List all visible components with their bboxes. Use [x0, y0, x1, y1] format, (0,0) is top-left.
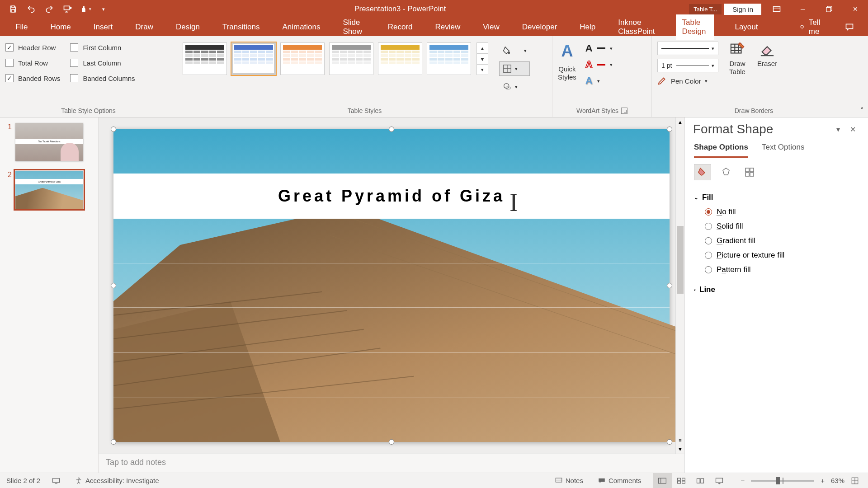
selection-handle[interactable] — [667, 283, 672, 288]
save-icon[interactable] — [5, 2, 21, 16]
radio-no-fill[interactable]: No fill — [694, 205, 859, 219]
slide-canvas[interactable]: Great Pyramid of Giza I ▲ ≡ — [99, 117, 684, 454]
tab-file[interactable]: File — [14, 19, 29, 35]
table-style-5[interactable] — [378, 42, 422, 75]
size-properties-icon[interactable] — [741, 164, 758, 180]
tab-transitions[interactable]: Transitions — [221, 19, 262, 35]
gallery-scroll-up-icon[interactable]: ▲ — [476, 42, 488, 53]
checkbox-banded-rows[interactable]: Banded Rows — [5, 74, 60, 82]
gallery-scroll-down-icon[interactable]: ▼ — [476, 53, 488, 64]
tab-layout[interactable]: Layout — [733, 19, 760, 35]
selection-handle[interactable] — [111, 127, 116, 132]
text-outline-button[interactable]: A▾ — [585, 59, 613, 70]
text-effects-button[interactable]: A▾ — [585, 75, 613, 87]
tab-help[interactable]: Help — [578, 19, 597, 35]
undo-icon[interactable] — [24, 2, 39, 16]
radio-solid-fill[interactable]: Solid fill — [694, 219, 859, 234]
sign-in-button[interactable]: Sign in — [724, 4, 761, 15]
scroll-thumb[interactable] — [677, 226, 684, 294]
reading-view-icon[interactable] — [691, 473, 710, 488]
comments-icon[interactable] — [844, 23, 854, 32]
radio-picture-fill[interactable]: Picture or texture fill — [694, 248, 859, 263]
tab-design[interactable]: Design — [174, 19, 202, 35]
effects-button[interactable]: ▾ — [499, 80, 530, 94]
tab-home[interactable]: Home — [48, 19, 72, 35]
slide[interactable]: Great Pyramid of Giza I — [113, 129, 670, 442]
notes-pane[interactable]: Tap to add notes — [99, 454, 684, 473]
redo-icon[interactable] — [42, 2, 57, 16]
table-style-3[interactable] — [280, 42, 325, 75]
checkbox-banded-columns[interactable]: Banded Columns — [70, 74, 135, 82]
slide-sorter-icon[interactable] — [672, 473, 691, 488]
fill-section-header[interactable]: ⌄Fill — [694, 190, 859, 205]
ribbon-display-options-icon[interactable] — [764, 0, 789, 18]
table-style-6[interactable] — [427, 42, 471, 75]
text-fill-button[interactable]: A▾ — [585, 42, 613, 54]
comments-button[interactable]: Comments — [595, 477, 644, 484]
slide-thumbnail-1[interactable]: Top Tourist Attractions — [15, 123, 83, 161]
title-text-box[interactable]: Great Pyramid of Giza — [113, 174, 670, 219]
table-style-2-selected[interactable] — [231, 42, 276, 75]
radio-pattern-fill[interactable]: Pattern fill — [694, 263, 859, 277]
line-section-header[interactable]: ›Line — [694, 282, 859, 297]
checkbox-header-row[interactable]: Header Row — [5, 43, 60, 52]
pen-weight-combo[interactable]: 1 pt▾ — [657, 59, 718, 72]
notes-button[interactable]: Notes — [552, 477, 586, 484]
fill-line-icon[interactable] — [694, 164, 711, 180]
eraser-button[interactable]: Eraser — [755, 40, 780, 106]
gallery-more-icon[interactable]: ▾ — [476, 64, 488, 75]
tab-review[interactable]: Review — [434, 19, 462, 35]
checkbox-first-column[interactable]: First Column — [70, 43, 135, 52]
tab-view[interactable]: View — [481, 19, 501, 35]
accessibility-button[interactable]: Accessibility: Investigate — [72, 477, 162, 485]
slide-counter[interactable]: Slide 2 of 2 — [6, 477, 40, 484]
collapse-ribbon-icon[interactable]: ˄ — [856, 36, 868, 117]
selection-handle[interactable] — [389, 439, 394, 445]
effects-tab-icon[interactable] — [717, 164, 735, 180]
pane-options-icon[interactable]: ▾ — [831, 125, 845, 134]
customize-qat-icon[interactable]: ▾ — [96, 2, 111, 16]
tab-insert[interactable]: Insert — [92, 19, 115, 35]
fit-to-window-icon[interactable] — [848, 477, 862, 485]
tab-record[interactable]: Record — [386, 19, 415, 35]
borders-button[interactable]: ▾ — [499, 61, 530, 76]
zoom-percent[interactable]: 63% — [831, 477, 844, 484]
table-style-4[interactable] — [329, 42, 373, 75]
slideshow-view-icon[interactable] — [710, 473, 729, 488]
table-style-1[interactable] — [183, 42, 227, 75]
pane-tab-shape-options[interactable]: Shape Options — [694, 140, 748, 158]
close-icon[interactable]: ✕ — [843, 0, 868, 18]
quick-styles-label[interactable]: Quick Styles — [558, 65, 576, 81]
tab-animations[interactable]: Animations — [280, 19, 322, 35]
touch-mode-icon[interactable]: ▾ — [78, 2, 93, 16]
slide-thumbnail-2-selected[interactable]: Great Pyramid of Giza — [15, 171, 83, 209]
scroll-up-icon[interactable]: ▲ — [676, 117, 684, 127]
tab-draw[interactable]: Draw — [133, 19, 155, 35]
display-settings-icon[interactable] — [49, 478, 63, 484]
selection-handle[interactable] — [111, 283, 116, 288]
radio-gradient-fill[interactable]: Gradient fill — [694, 234, 859, 248]
selection-handle[interactable] — [667, 127, 672, 132]
quick-styles-icon[interactable]: A — [561, 42, 573, 61]
pen-style-combo[interactable]: ▾ — [657, 42, 718, 55]
pane-close-icon[interactable]: ✕ — [845, 125, 860, 134]
selection-handle[interactable] — [389, 127, 394, 132]
selection-handle[interactable] — [667, 439, 672, 445]
draw-table-button[interactable]: Draw Table — [726, 40, 749, 106]
checkbox-total-row[interactable]: Total Row — [5, 59, 60, 67]
pen-color-button[interactable]: Pen Color ▾ — [657, 76, 718, 86]
tab-developer[interactable]: Developer — [520, 19, 559, 35]
shading-button[interactable]: ▾ — [499, 43, 530, 58]
selection-handle[interactable] — [111, 439, 116, 445]
zoom-in-icon[interactable]: + — [818, 477, 827, 484]
prev-slide-icon[interactable]: ≡ — [676, 436, 684, 445]
vertical-scrollbar[interactable]: ▲ ≡ ▼ — [675, 117, 684, 454]
pane-tab-text-options[interactable]: Text Options — [762, 140, 805, 158]
checkbox-last-column[interactable]: Last Column — [70, 59, 135, 67]
dialog-launcher-icon[interactable] — [621, 108, 627, 114]
start-from-beginning-icon[interactable] — [60, 2, 75, 16]
normal-view-icon[interactable] — [653, 473, 672, 488]
scroll-down-icon[interactable]: ▼ — [676, 445, 684, 454]
zoom-slider[interactable] — [751, 480, 814, 482]
zoom-out-icon[interactable]: − — [738, 477, 747, 484]
